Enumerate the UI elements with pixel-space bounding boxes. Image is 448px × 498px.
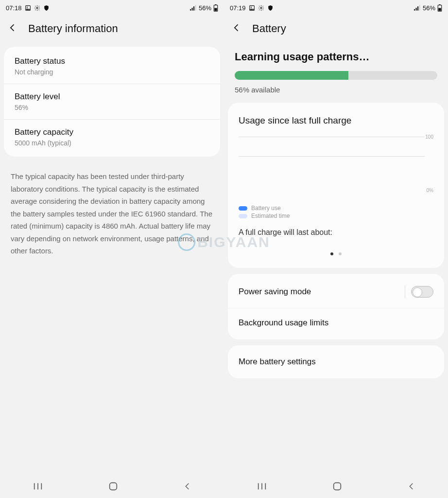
full-charge-text: A full charge will last about: <box>228 224 444 243</box>
svg-point-16 <box>260 7 261 8</box>
svg-point-15 <box>250 6 251 7</box>
legend-swatch-use <box>239 206 247 211</box>
signal-icon <box>190 5 197 11</box>
recents-button[interactable] <box>257 482 267 493</box>
signal-icon <box>414 5 421 11</box>
shield-icon <box>43 5 50 11</box>
power-saving-label: Power saving mode <box>239 287 311 297</box>
shield-icon <box>267 5 274 11</box>
battery-icon <box>213 4 218 12</box>
available-text: 56% available <box>235 86 437 94</box>
svg-rect-5 <box>193 6 194 10</box>
page-title: Battery <box>252 22 286 35</box>
battery-level-row[interactable]: Battery level 56% <box>4 84 220 119</box>
battery-icon <box>437 4 442 12</box>
screen-battery-information: 07:18 56% Battery information Battery st… <box>0 0 224 498</box>
svg-point-1 <box>26 6 27 7</box>
power-saving-row[interactable]: Power saving mode <box>228 276 444 308</box>
row-title: Battery level <box>15 92 209 102</box>
home-button[interactable] <box>332 481 343 494</box>
home-button[interactable] <box>108 481 119 494</box>
status-time: 07:19 <box>230 4 246 12</box>
svg-point-2 <box>36 7 37 8</box>
legend-battery-use: Battery use <box>251 205 281 212</box>
page-header: Battery information <box>0 14 224 47</box>
image-icon <box>249 5 255 11</box>
svg-rect-19 <box>417 6 418 10</box>
nav-back-button[interactable] <box>183 482 192 493</box>
background-limits-label: Background usage limits <box>239 318 328 328</box>
chart-legend: Battery use Estimated time <box>228 200 444 224</box>
svg-rect-23 <box>438 8 441 11</box>
legend-estimated-time: Estimated time <box>251 213 290 219</box>
page-indicator[interactable] <box>228 243 444 266</box>
battery-progress-bar <box>235 71 437 80</box>
page-title: Battery information <box>28 22 118 35</box>
status-battery-text: 56% <box>199 4 211 12</box>
nav-back-button[interactable] <box>407 482 416 493</box>
usage-title: Usage since last full charge <box>228 105 444 132</box>
legend-swatch-est <box>239 214 247 218</box>
row-title: Battery capacity <box>15 127 209 137</box>
status-battery-text: 56% <box>423 4 435 12</box>
battery-info-card: Battery status Not charging Battery leve… <box>4 47 220 157</box>
chart-y-top: 100 <box>425 134 433 140</box>
dot-1 <box>330 252 333 255</box>
more-battery-settings-label: More battery settings <box>239 357 316 367</box>
status-bar: 07:18 56% <box>0 0 224 14</box>
page-header: Battery <box>224 14 448 47</box>
options-card: Power saving mode Background usage limit… <box>228 274 444 339</box>
row-sub: 5000 mAh (typical) <box>15 139 209 147</box>
gear-icon <box>258 5 264 11</box>
background-limits-row[interactable]: Background usage limits <box>228 308 444 338</box>
learning-title: Learning usage patterns… <box>235 51 437 63</box>
svg-rect-6 <box>195 5 196 10</box>
svg-rect-4 <box>191 8 192 11</box>
status-bar: 07:19 56% <box>224 0 448 14</box>
capacity-description: The typical capacity has been tested und… <box>0 162 224 265</box>
dot-2 <box>339 252 342 255</box>
more-battery-settings-row[interactable]: More battery settings <box>228 347 444 376</box>
svg-rect-3 <box>190 9 191 11</box>
row-sub: 56% <box>15 104 209 111</box>
recents-button[interactable] <box>33 482 43 493</box>
status-time: 07:18 <box>6 4 22 12</box>
row-title: Battery status <box>15 56 209 66</box>
nav-bar <box>0 477 224 498</box>
svg-rect-20 <box>419 5 420 10</box>
back-button[interactable] <box>8 23 17 35</box>
usage-card: Usage since last full charge 100 0% Batt… <box>228 103 444 268</box>
svg-rect-18 <box>415 8 416 11</box>
screen-battery: 07:19 56% Battery Learning usage pattern… <box>224 0 448 498</box>
gear-icon <box>34 5 40 11</box>
svg-rect-17 <box>414 9 415 11</box>
usage-chart[interactable]: 100 0% <box>239 132 433 200</box>
svg-rect-27 <box>333 483 341 490</box>
chart-y-bottom: 0% <box>427 188 433 193</box>
row-sub: Not charging <box>15 68 209 76</box>
image-icon <box>25 5 31 11</box>
battery-capacity-row[interactable]: Battery capacity 5000 mAh (typical) <box>4 119 220 155</box>
nav-bar <box>224 477 448 498</box>
svg-rect-13 <box>109 483 117 490</box>
divider <box>405 285 405 298</box>
more-settings-card: More battery settings <box>228 345 444 378</box>
svg-rect-9 <box>214 8 217 11</box>
power-saving-toggle[interactable] <box>411 286 433 298</box>
battery-progress-fill <box>235 71 348 80</box>
battery-status-row[interactable]: Battery status Not charging <box>4 49 220 84</box>
learning-block: Learning usage patterns… 56% available <box>224 47 448 103</box>
back-button[interactable] <box>232 23 241 35</box>
